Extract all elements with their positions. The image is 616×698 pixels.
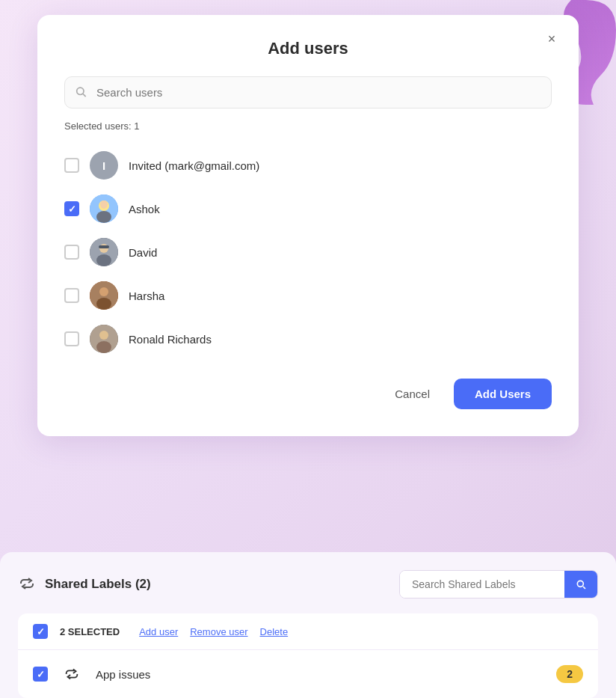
user-item-ronald: Ronald Richards (64, 317, 546, 361)
user-item-invited: I Invited (mark@gmail.com) (64, 144, 546, 187)
user-name-invited: Invited (mark@gmail.com) (129, 159, 259, 172)
avatar-ashok (90, 195, 118, 223)
user-checkbox-harsha[interactable] (64, 288, 79, 303)
add-user-action[interactable]: Add user (139, 626, 178, 637)
search-shared-labels-input[interactable] (400, 571, 564, 598)
svg-point-0 (77, 88, 84, 94)
table-row-app-issues: App issues 2 (18, 650, 598, 698)
panel-search-box (399, 570, 598, 598)
panel-header: Shared Labels (2) (18, 570, 598, 598)
user-list: I Invited (mark@gmail.com) Ashok (64, 144, 552, 361)
row-badge: 2 (556, 665, 583, 683)
shared-labels-panel: Shared Labels (2) 2 SELECTED Add user Re… (0, 552, 616, 698)
panel-search-button[interactable] (564, 571, 597, 598)
selected-count-label: 2 SELECTED (60, 626, 120, 637)
user-name-ronald: Ronald Richards (129, 333, 212, 346)
user-checkbox-invited[interactable] (64, 158, 79, 173)
svg-point-15 (96, 341, 111, 353)
add-users-modal: × Add users Selected users: 1 I Invited … (37, 15, 579, 436)
panel-title: Shared Labels (2) (45, 577, 151, 592)
modal-actions: Cancel Add Users (64, 379, 552, 409)
select-all-checkbox[interactable] (33, 624, 48, 639)
svg-point-11 (99, 287, 108, 296)
user-name-harsha: Harsha (129, 290, 164, 302)
user-item-david: David (64, 230, 546, 274)
user-checkbox-ronald[interactable] (64, 331, 79, 346)
close-button[interactable]: × (541, 28, 562, 49)
user-name-ashok: Ashok (129, 203, 160, 215)
cancel-button[interactable]: Cancel (383, 382, 442, 406)
avatar-ronald (90, 325, 118, 353)
avatar-david (90, 238, 118, 266)
avatar-invited: I (90, 151, 118, 180)
svg-point-12 (96, 298, 111, 310)
row-checkbox-app-issues[interactable] (33, 667, 48, 682)
selected-count: Selected users: 1 (64, 120, 552, 132)
user-item-ashok: Ashok (64, 187, 546, 230)
user-name-david: David (129, 246, 157, 259)
shared-labels-icon (18, 575, 37, 594)
svg-line-1 (83, 94, 86, 97)
row-share-icon (60, 662, 84, 686)
search-box (64, 76, 552, 108)
row-item-name: App issues (96, 668, 544, 681)
search-users-input[interactable] (64, 76, 552, 108)
avatar-harsha (90, 281, 118, 310)
labels-table: 2 SELECTED Add user Remove user Delete A… (18, 613, 598, 698)
search-icon (75, 85, 87, 100)
table-header-row: 2 SELECTED Add user Remove user Delete (18, 613, 598, 650)
add-users-button[interactable]: Add Users (454, 379, 552, 409)
user-checkbox-david[interactable] (64, 245, 79, 260)
modal-title: Add users (64, 39, 552, 58)
svg-point-14 (99, 331, 108, 340)
user-checkbox-ashok[interactable] (64, 201, 79, 216)
delete-action[interactable]: Delete (260, 626, 289, 637)
svg-point-4 (96, 211, 111, 223)
search-icon (575, 578, 587, 590)
panel-title-wrap: Shared Labels (2) (18, 575, 151, 594)
remove-user-action[interactable]: Remove user (190, 626, 247, 637)
user-item-harsha: Harsha (64, 274, 546, 317)
svg-rect-9 (99, 245, 109, 248)
svg-point-8 (96, 254, 111, 266)
